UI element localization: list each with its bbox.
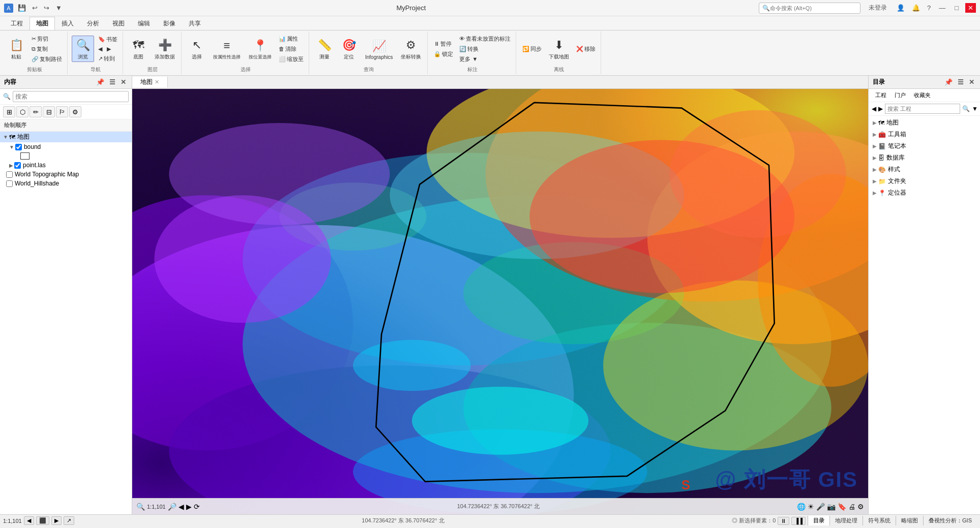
undo-icon[interactable]: ↩ (31, 4, 39, 12)
select-by-loc-button[interactable]: 📍 按位置选择 (246, 36, 275, 62)
settings2-icon[interactable]: ⚙ (857, 503, 864, 511)
sync-button[interactable]: 🔁同步 (520, 44, 544, 54)
coord-transform-button[interactable]: ⚙ 坐标转换 (398, 36, 424, 62)
back-button[interactable]: ◀ (96, 45, 104, 53)
layer-item-bound-symbol[interactable] (0, 151, 132, 161)
layer-item-worldtopo[interactable]: World Topographic Map (0, 170, 132, 179)
refresh-icon[interactable]: ⟳ (194, 503, 200, 511)
database-expand[interactable]: ▶ (873, 155, 877, 161)
layer-item-map[interactable]: ▼ 🗺 地图 (0, 132, 132, 142)
status-pause-btn[interactable]: ⏸ (778, 517, 789, 525)
status-stop-btn[interactable]: ▐▐ (791, 517, 806, 525)
layer-tool-2[interactable]: ⬡ (16, 106, 28, 117)
status-zoom-btn[interactable]: ⬛ (36, 516, 49, 525)
catalog-menu-button[interactable]: ☰ (956, 78, 965, 86)
minimize-button[interactable]: — (936, 3, 948, 13)
content-menu-button[interactable]: ☰ (108, 78, 117, 86)
basemap-button[interactable]: 🗺 底图 (127, 36, 150, 62)
status-tab-thumbnail[interactable]: 略缩图 (896, 516, 923, 525)
pause-label-button[interactable]: ⏸暂停 (432, 39, 455, 49)
bound-expand-icon[interactable]: ▼ (9, 144, 14, 150)
lock-button[interactable]: 🔒锁定 (432, 49, 455, 59)
layer-tool-4[interactable]: ⊟ (43, 106, 55, 117)
cut-button[interactable]: ✂剪切 (29, 34, 64, 44)
view-unplaced-button[interactable]: 👁查看未放置的标注 (457, 34, 513, 44)
pointlas-checkbox[interactable] (14, 162, 21, 169)
map-tab-main[interactable]: 地图 ✕ (132, 77, 168, 87)
worldtopo-checkbox[interactable] (6, 171, 13, 178)
catalog-item-folder[interactable]: ▶ 📁 文件夹 (869, 175, 980, 187)
notification-icon[interactable]: 🔔 (910, 4, 922, 12)
bookmark-button[interactable]: 🔖书签 (96, 35, 120, 44)
add-data-button[interactable]: ➕ 添加数据 (152, 36, 178, 62)
catalog-back-icon[interactable]: ◀ (872, 105, 876, 112)
catalog-item-database[interactable]: ▶ 🗄 数据库 (869, 152, 980, 164)
sun-icon[interactable]: ☀ (808, 503, 814, 511)
zoom-in-icon[interactable]: 🔎 (168, 503, 176, 511)
catalog-close-button[interactable]: ✕ (967, 78, 976, 86)
goto-button[interactable]: ↗转到 (96, 54, 120, 64)
measure-button[interactable]: 📏 测量 (313, 36, 336, 62)
tab-shitu[interactable]: 视图 (106, 17, 131, 30)
copy-button[interactable]: ⧉复制 (29, 44, 64, 54)
layer-search-input[interactable] (13, 91, 129, 102)
close-button[interactable]: ✕ (965, 3, 976, 13)
camera-icon[interactable]: 📷 (827, 503, 836, 511)
zoom-to-button[interactable]: ⬜缩放至 (277, 54, 306, 64)
catalog-item-locator[interactable]: ▶ 📍 定位器 (869, 187, 980, 199)
layer-tool-5[interactable]: 🏳 (56, 106, 68, 117)
pointlas-expand-icon[interactable]: ▶ (9, 163, 13, 168)
map-expand-icon[interactable]: ▼ (3, 134, 8, 140)
locator-expand[interactable]: ▶ (873, 190, 877, 196)
nav-prev-icon[interactable]: ◀ (179, 503, 184, 511)
map-catalog-expand[interactable]: ▶ (873, 120, 877, 126)
maximize-button[interactable]: □ (952, 3, 961, 13)
tab-gongxiang[interactable]: 共享 (182, 17, 207, 30)
attributes-button[interactable]: 📊属性 (277, 34, 306, 44)
tab-gongcheng[interactable]: 工程 (4, 17, 29, 30)
status-tab-symbology[interactable]: 符号系统 (863, 516, 896, 525)
copy-path-button[interactable]: 🔗复制路径 (29, 54, 64, 64)
catalog-filter-icon[interactable]: ▼ (972, 105, 978, 112)
tab-bianji[interactable]: 编辑 (131, 17, 157, 30)
catalog-item-style[interactable]: ▶ 🎨 样式 (869, 164, 980, 175)
folder-expand[interactable]: ▶ (873, 178, 877, 184)
bound-checkbox[interactable] (15, 144, 22, 150)
clear-select-button[interactable]: 🗑清除 (277, 44, 306, 54)
print-icon[interactable]: 🖨 (848, 503, 855, 511)
status-forward-btn[interactable]: ▶ (51, 516, 62, 525)
locate-button[interactable]: 🎯 定位 (338, 36, 360, 62)
hillshade-checkbox[interactable] (6, 180, 13, 187)
browse-button[interactable]: 🔍 浏览 (72, 36, 94, 62)
catalog-search-icon[interactable]: 🔍 (962, 105, 970, 112)
layer-item-hillshade[interactable]: World_Hillshade (0, 179, 132, 188)
style-expand[interactable]: ▶ (873, 167, 877, 172)
mic-icon[interactable]: 🎤 (816, 503, 825, 511)
map-canvas[interactable]: @ 刘一哥 GIS S 🔍 1:1,101 🔎 ◀ ▶ ⟳ 104.723642… (132, 89, 868, 514)
layer-item-bound[interactable]: ▼ bound (0, 142, 132, 151)
catalog-forward-icon[interactable]: ▶ (878, 105, 883, 112)
layer-tool-1[interactable]: ⊞ (3, 106, 15, 117)
status-tab-catalog[interactable]: 目录 (808, 516, 829, 525)
save-icon[interactable]: 💾 (16, 4, 27, 12)
map-tab-close-button[interactable]: ✕ (155, 79, 159, 85)
select-by-attr-button[interactable]: ≡ 按属性性选择 (210, 36, 244, 62)
help-icon[interactable]: ? (926, 4, 932, 12)
catalog-search-input[interactable] (885, 104, 960, 114)
nav-next-icon[interactable]: ▶ (186, 503, 192, 511)
bookmark2-icon[interactable]: 🔖 (838, 503, 846, 511)
catalog-item-toolbox[interactable]: ▶ 🧰 工具箱 (869, 129, 980, 140)
layer-item-pointlas[interactable]: ▶ point.las (0, 161, 132, 170)
convert-label-button[interactable]: 🔄转换 (457, 44, 513, 54)
tab-yingxiang[interactable]: 影像 (157, 17, 182, 30)
user-icon[interactable]: 👤 (895, 4, 906, 12)
infographics-button[interactable]: 📈 Infographics (362, 37, 396, 61)
tab-fenxi[interactable]: 分析 (80, 17, 106, 30)
tab-ditu[interactable]: 地图 (29, 17, 55, 30)
content-close-button[interactable]: ✕ (119, 78, 128, 86)
catalog-tab-favorites[interactable]: 收藏夹 (910, 90, 934, 100)
notebook-expand[interactable]: ▶ (873, 143, 877, 149)
forward-button[interactable]: ▶ (105, 45, 113, 53)
redo-icon[interactable]: ↪ (42, 4, 51, 12)
catalog-item-map[interactable]: ▶ 🗺 地图 (869, 117, 980, 129)
